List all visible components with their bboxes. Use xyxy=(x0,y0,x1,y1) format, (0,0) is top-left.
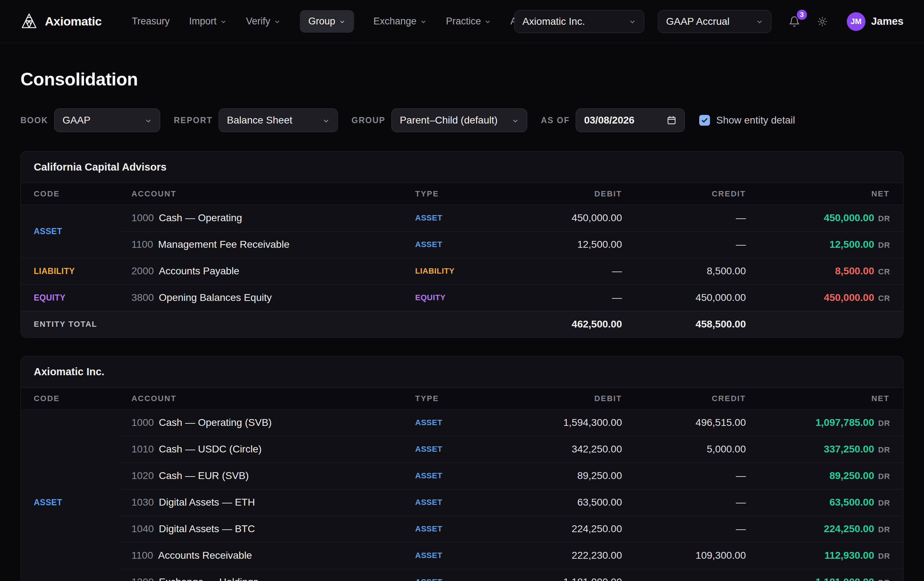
account-code: 1200 xyxy=(132,576,154,581)
account-cell: 1100Management Fee Receivable xyxy=(119,231,402,258)
as-of-date-input[interactable]: 03/08/2026 xyxy=(576,109,685,132)
asof-filter-label: AS OF xyxy=(541,116,569,125)
account-code: 3800 xyxy=(132,292,154,303)
show-entity-detail-label: Show entity detail xyxy=(716,114,795,126)
credit-cell: — xyxy=(635,205,759,231)
net-cell: 224,250.00DR xyxy=(759,516,903,542)
chevron-down-icon xyxy=(629,18,636,25)
account-cell: 1020Cash — EUR (SVB) xyxy=(119,462,402,489)
account-type-badge: ASSET xyxy=(402,231,521,258)
entity-total-credit: 458,500.00 xyxy=(635,311,759,338)
net-side: DR xyxy=(878,419,890,427)
account-name: Accounts Payable xyxy=(159,265,239,277)
nav-item-assistant[interactable]: Assistant xyxy=(510,16,514,27)
account-group-label: EQUITY xyxy=(21,284,119,311)
net-cell: 89,250.00DR xyxy=(759,462,903,489)
table-row: 1030Digital Assets — ETH ASSET 63,500.00… xyxy=(21,489,903,516)
table-row: 1040Digital Assets — BTC ASSET 224,250.0… xyxy=(21,516,903,542)
theme-toggle-button[interactable] xyxy=(815,14,830,30)
account-code: 1000 xyxy=(132,417,154,428)
table-row: ASSET 1000Cash — Operating (SVB) ASSET 1… xyxy=(21,409,903,436)
credit-cell: — xyxy=(635,489,759,516)
net-cell: 337,250.00DR xyxy=(759,436,903,462)
group-select-value: Parent–Child (default) xyxy=(400,114,497,126)
book-filter-label: BOOK xyxy=(20,116,48,125)
col-header-net: NET xyxy=(759,183,903,205)
account-name: Digital Assets — ETH xyxy=(159,497,255,508)
account-type-badge: EQUITY xyxy=(402,284,521,311)
nav-left: Axiomatic Treasury Import Verify Group E… xyxy=(20,10,514,33)
account-name: Cash — EUR (SVB) xyxy=(159,470,249,481)
account-code: 2000 xyxy=(132,265,154,277)
account-type-badge: ASSET xyxy=(402,542,521,569)
nav-item-exchange[interactable]: Exchange xyxy=(373,16,427,27)
credit-cell: — xyxy=(635,569,759,581)
nav-item-practice[interactable]: Practice xyxy=(446,16,491,27)
entity-total-debit: 462,500.00 xyxy=(521,311,635,338)
nav-right: Axiomatic Inc. GAAP Accrual 3 JM James xyxy=(514,10,904,33)
account-cell: 1200Exchange — Holdings xyxy=(119,569,402,581)
credit-cell: 8,500.00 xyxy=(635,258,759,284)
entity-card-california-capital-advisors: California Capital Advisors CODE ACCOUNT… xyxy=(20,151,904,338)
net-side: DR xyxy=(878,578,890,581)
account-cell: 1000Cash — Operating xyxy=(119,205,402,231)
account-type-badge: ASSET xyxy=(402,489,521,516)
account-cell: 1000Cash — Operating (SVB) xyxy=(119,409,402,436)
report-filter-label: REPORT xyxy=(174,116,213,125)
net-cell: 8,500.00CR xyxy=(759,258,903,284)
net-amount: 8,500.00 xyxy=(835,265,874,277)
table-row: 1020Cash — EUR (SVB) ASSET 89,250.00 — 8… xyxy=(21,462,903,489)
table-row: 1100Management Fee Receivable ASSET 12,5… xyxy=(21,231,903,258)
sun-icon xyxy=(817,16,828,27)
account-type-badge: ASSET xyxy=(402,436,521,462)
account-cell: 1040Digital Assets — BTC xyxy=(119,516,402,542)
account-name: Cash — Operating xyxy=(159,212,242,223)
nav-item-group[interactable]: Group xyxy=(300,10,354,33)
entity-card-title: California Capital Advisors xyxy=(21,152,903,183)
chevron-down-icon xyxy=(339,19,345,25)
book-select[interactable]: GAAP xyxy=(54,109,160,132)
net-side: CR xyxy=(878,294,890,303)
debit-cell: — xyxy=(521,284,635,311)
nav-item-verify[interactable]: Verify xyxy=(246,16,280,27)
account-cell: 2000Accounts Payable xyxy=(119,258,402,284)
credit-cell: — xyxy=(635,462,759,489)
main-menu: Treasury Import Verify Group Exchange Pr… xyxy=(132,10,514,33)
notifications-button[interactable]: 3 xyxy=(787,14,802,30)
account-code: 1030 xyxy=(132,497,154,508)
report-select[interactable]: Balance Sheet xyxy=(219,109,338,132)
account-name: Management Fee Receivable xyxy=(158,239,289,250)
net-amount: 450,000.00 xyxy=(824,212,874,223)
col-header-account: ACCOUNT xyxy=(119,388,402,409)
table-header-row: CODE ACCOUNT TYPE DEBIT CREDIT NET xyxy=(21,388,903,409)
chevron-down-icon xyxy=(756,18,763,25)
net-amount: 12,500.00 xyxy=(830,239,874,250)
group-select[interactable]: Parent–Child (default) xyxy=(391,109,527,132)
net-cell: 1,097,785.00DR xyxy=(759,409,903,436)
report-select-value: Balance Sheet xyxy=(227,114,292,126)
account-type-badge: ASSET xyxy=(402,205,521,231)
entity-total-net xyxy=(759,311,903,338)
debit-cell: 450,000.00 xyxy=(521,205,635,231)
show-entity-detail-checkbox[interactable] xyxy=(699,115,710,126)
account-group-label: ASSET xyxy=(21,205,119,258)
group-filter-label: GROUP xyxy=(351,116,385,125)
nav-item-treasury[interactable]: Treasury xyxy=(132,16,170,27)
accounting-basis-select[interactable]: GAAP Accrual xyxy=(658,10,771,33)
credit-cell: — xyxy=(635,516,759,542)
col-header-debit: DEBIT xyxy=(521,183,635,205)
avatar[interactable]: JM xyxy=(847,12,865,31)
show-entity-detail-toggle[interactable]: Show entity detail xyxy=(699,114,795,126)
entity-select[interactable]: Axiomatic Inc. xyxy=(514,10,644,33)
balance-sheet-table: CODE ACCOUNT TYPE DEBIT CREDIT NET ASSET… xyxy=(21,388,903,581)
col-header-code: CODE xyxy=(21,388,119,409)
credit-cell: 450,000.00 xyxy=(635,284,759,311)
nav-item-import[interactable]: Import xyxy=(189,16,227,27)
account-cell: 3800Opening Balances Equity xyxy=(119,284,402,311)
table-header-row: CODE ACCOUNT TYPE DEBIT CREDIT NET xyxy=(21,183,903,205)
brand[interactable]: Axiomatic xyxy=(20,12,102,31)
col-header-type: TYPE xyxy=(402,388,521,409)
top-nav: Axiomatic Treasury Import Verify Group E… xyxy=(0,0,924,43)
axiomatic-logo-icon xyxy=(20,12,38,31)
table-row: 1010Cash — USDC (Circle) ASSET 342,250.0… xyxy=(21,436,903,462)
